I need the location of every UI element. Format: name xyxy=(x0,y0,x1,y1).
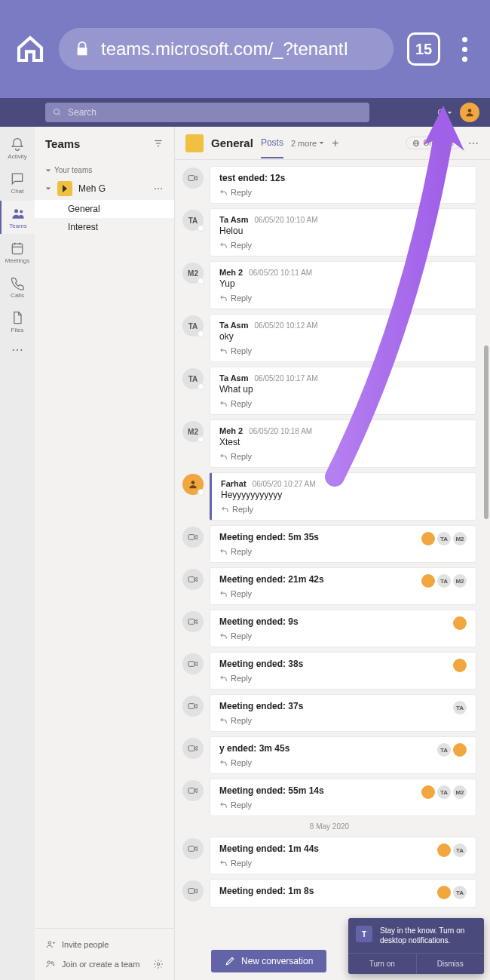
svg-point-3 xyxy=(14,209,18,213)
reply-button[interactable]: Reply xyxy=(219,346,467,355)
meeting-icon xyxy=(182,569,204,590)
org-wide-badge[interactable]: Org-wide xyxy=(406,137,461,149)
rail-chat[interactable]: Chat xyxy=(0,166,35,199)
compose-icon xyxy=(225,956,235,966)
svg-rect-26 xyxy=(188,662,194,667)
svg-rect-30 xyxy=(188,846,194,852)
message-card[interactable]: Farhat06/05/20 10:27 AMHeyyyyyyyyyyyRepl… xyxy=(210,472,476,521)
svg-rect-31 xyxy=(188,889,194,894)
invite-people[interactable]: Invite people xyxy=(35,935,174,954)
reply-button[interactable]: Reply xyxy=(219,758,467,767)
reply-button[interactable]: Reply xyxy=(219,399,467,408)
message-card[interactable]: test ended: 12sReply xyxy=(210,166,476,204)
reply-button[interactable]: Reply xyxy=(219,241,467,250)
message-card[interactable]: Meeting ended: 38sReply xyxy=(210,652,476,690)
org-selector[interactable]: G xyxy=(437,108,452,117)
channel-interest[interactable]: Interest xyxy=(35,218,174,236)
scrollbar[interactable] xyxy=(484,346,488,519)
message-card[interactable]: TAMeeting ended: 1m 44sReply xyxy=(210,837,476,874)
dismiss-button[interactable]: Dismiss xyxy=(417,954,485,974)
tab-posts[interactable]: Posts xyxy=(261,137,283,158)
filter-icon[interactable] xyxy=(153,138,164,149)
reply-button[interactable]: Reply xyxy=(219,800,467,809)
message-row: TAM2Meeting ended: 21m 42sReply xyxy=(182,567,476,605)
join-create-team[interactable]: Join or create a team xyxy=(35,954,174,974)
globe-icon xyxy=(412,140,420,147)
message-card[interactable]: Ta Asm06/05/20 10:12 AMokyReply xyxy=(210,314,476,362)
message-row: TAM2Meeting ended: 55m 14sReply xyxy=(182,779,476,816)
reply-button[interactable]: Reply xyxy=(219,188,467,197)
search-input[interactable]: Search xyxy=(45,103,369,122)
message-card[interactable]: TAM2Meeting ended: 21m 42sReply xyxy=(210,567,476,605)
reply-button[interactable]: Reply xyxy=(219,589,467,598)
message-card[interactable]: TAy ended: 3m 45sReply xyxy=(210,736,476,774)
turn-on-button[interactable]: Turn on xyxy=(348,954,417,974)
add-tab-icon[interactable]: + xyxy=(332,137,338,150)
channel-title: General xyxy=(211,137,253,149)
notification-popup: T Stay in the know. Turn on desktop noti… xyxy=(348,918,484,974)
message-card[interactable]: Meeting ended: 9sReply xyxy=(210,610,476,647)
rail-calls[interactable]: Calls xyxy=(0,270,35,303)
browser-menu-icon[interactable] xyxy=(454,37,475,62)
reply-button[interactable]: Reply xyxy=(219,716,467,725)
gear-icon[interactable] xyxy=(153,959,164,969)
app-topbar: Search G xyxy=(0,98,490,127)
date-divider: 8 May 2020 xyxy=(182,822,476,831)
message-card[interactable]: TAM2Meeting ended: 5m 35sReply xyxy=(210,525,476,563)
url-text: teams.microsoft.com/_?tenantI xyxy=(101,38,348,60)
channel-more-icon[interactable]: ⋯ xyxy=(468,137,479,149)
channel-avatar xyxy=(185,134,204,152)
reply-button[interactable]: Reply xyxy=(219,674,467,683)
rail-more-icon[interactable]: ⋯ xyxy=(11,343,24,357)
message-row: Meeting ended: 9sReply xyxy=(182,610,476,647)
message-card[interactable]: TAMeeting ended: 37sReply xyxy=(210,694,476,732)
section-your-teams[interactable]: Your teams xyxy=(35,163,174,177)
message-card[interactable]: Meh 206/05/20 10:11 AMYupReply xyxy=(210,261,476,309)
channel-general[interactable]: General xyxy=(35,200,174,218)
team-item[interactable]: Meh G ⋯ xyxy=(35,177,174,200)
message-card[interactable]: Ta Asm06/05/20 10:17 AMWhat upReply xyxy=(210,367,476,415)
teams-sidebar: Teams Your teams Meh G ⋯ General Interes… xyxy=(35,127,175,980)
reply-button[interactable]: Reply xyxy=(219,631,467,641)
reply-button[interactable]: Reply xyxy=(219,547,467,556)
message-card[interactable]: Ta Asm06/05/20 10:10 AMHelouReply xyxy=(210,208,476,257)
reply-button[interactable]: Reply xyxy=(219,293,467,303)
rail-files[interactable]: Files xyxy=(0,305,35,338)
svg-point-2 xyxy=(468,109,472,112)
person-add-icon xyxy=(45,939,56,950)
profile-avatar[interactable] xyxy=(460,103,479,122)
svg-point-15 xyxy=(47,961,50,964)
team-more-icon[interactable]: ⋯ xyxy=(154,183,164,194)
user-avatar xyxy=(182,474,204,495)
reply-button[interactable]: Reply xyxy=(221,505,467,514)
channel-content: General Posts 2 more + Org-wide ⋯ test e… xyxy=(175,127,490,980)
message-card[interactable]: TAM2Meeting ended: 55m 14sReply xyxy=(210,779,476,816)
app-rail: Activity Chat Teams Meetings Calls Files… xyxy=(0,127,35,980)
url-bar[interactable]: teams.microsoft.com/_?tenantI xyxy=(59,28,394,70)
tab-more[interactable]: 2 more xyxy=(291,139,324,148)
browser-chrome: teams.microsoft.com/_?tenantI 15 xyxy=(0,0,490,98)
user-avatar: M2 xyxy=(182,263,204,284)
home-icon[interactable] xyxy=(15,34,45,64)
meeting-icon xyxy=(182,880,204,902)
message-row: TAMeeting ended: 1m 44sReply xyxy=(182,837,476,874)
message-row: M2Meh 206/05/20 10:18 AMXtestReply xyxy=(182,419,476,468)
svg-rect-27 xyxy=(188,704,194,709)
message-row: M2Meh 206/05/20 10:11 AMYupReply xyxy=(182,261,476,309)
rail-teams[interactable]: Teams xyxy=(0,201,35,234)
tab-count[interactable]: 15 xyxy=(407,32,440,66)
chevron-down-icon xyxy=(319,140,324,146)
new-conversation-button[interactable]: New conversation xyxy=(211,950,326,972)
message-card[interactable]: Meh 206/05/20 10:18 AMXtestReply xyxy=(210,419,476,468)
message-row: TATa Asm06/05/20 10:12 AMokyReply xyxy=(182,314,476,362)
rail-meetings[interactable]: Meetings xyxy=(0,235,35,269)
svg-line-1 xyxy=(59,114,61,116)
message-card[interactable]: TAMeeting ended: 1m 8s xyxy=(210,879,476,908)
meeting-icon xyxy=(182,611,204,632)
user-avatar: TA xyxy=(182,315,204,336)
message-row: test ended: 12sReply xyxy=(182,166,476,204)
reply-button[interactable]: Reply xyxy=(219,452,467,461)
rail-activity[interactable]: Activity xyxy=(0,131,35,164)
lock-icon xyxy=(74,41,90,57)
reply-button[interactable]: Reply xyxy=(219,859,467,868)
